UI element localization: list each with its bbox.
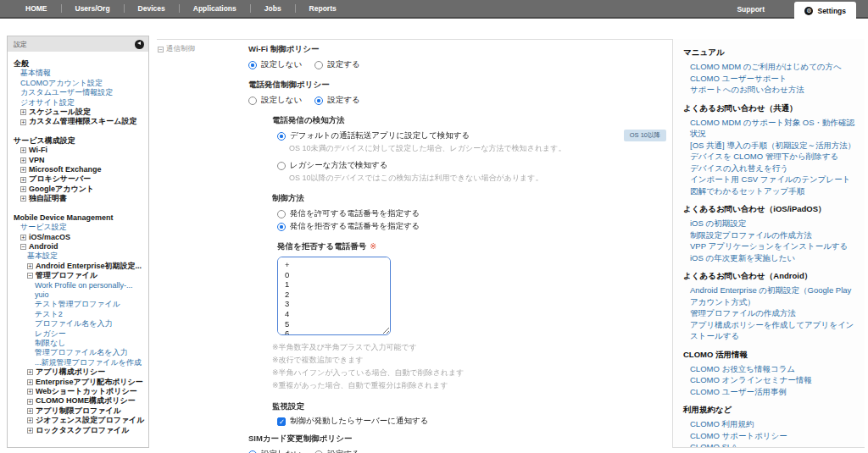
- nav-item[interactable]: Jobs: [250, 4, 295, 13]
- tree-item[interactable]: − Android: [9, 242, 147, 251]
- detection-radio-legacy[interactable]: レガシーな方法で検知する: [277, 160, 388, 171]
- tree-item[interactable]: 基本情報: [9, 69, 147, 78]
- tree-item[interactable]: サービス設定: [9, 223, 147, 232]
- minus-box-icon[interactable]: [158, 47, 164, 52]
- tree-item[interactable]: テスト管理プロファイル: [9, 300, 147, 309]
- tree-expand-icon[interactable]: +: [20, 119, 26, 125]
- tree-expand-icon[interactable]: +: [20, 147, 26, 153]
- tree-item[interactable]: 基本設定: [9, 251, 147, 261]
- phone-policy-radio-yes[interactable]: 設定する: [314, 95, 359, 106]
- tree-item[interactable]: + Googleアカウント: [9, 185, 147, 194]
- tree-item[interactable]: + Android Enterprise初期設定...: [9, 262, 147, 271]
- radio-icon[interactable]: [314, 61, 323, 69]
- tree-expand-icon[interactable]: +: [27, 389, 33, 395]
- radio-icon[interactable]: [277, 132, 286, 141]
- tree-item[interactable]: − 管理プロファイル: [9, 271, 147, 280]
- chevron-left-circle-icon[interactable]: [135, 40, 144, 49]
- tree-expand-icon[interactable]: +: [27, 417, 33, 423]
- monitor-checkbox-row[interactable]: 制御が発動したらサーバーに通知する: [277, 416, 668, 427]
- tree-item[interactable]: + スケジュール設定: [9, 108, 147, 117]
- radio-icon[interactable]: [277, 223, 286, 231]
- radio-icon[interactable]: [314, 450, 323, 453]
- help-link[interactable]: サポートへのお問い合わせ方法: [683, 84, 856, 96]
- help-link[interactable]: 図解でわかるセットアップ手順: [683, 185, 856, 197]
- help-link[interactable]: CLOMO MDM のサポート対象 OS・動作確認状況: [683, 117, 856, 140]
- tree-expand-icon[interactable]: +: [27, 408, 33, 414]
- radio-icon[interactable]: [248, 97, 257, 105]
- tree-item[interactable]: CLOMOアカウント設定: [9, 79, 147, 88]
- tree-item[interactable]: + CLOMO HOME構成ポリシー: [9, 396, 147, 406]
- help-link[interactable]: Android Enterprise の初期設定（Google Play アカウ…: [683, 285, 856, 307]
- control-method-radio-deny[interactable]: 発信を拒否する電話番号を指定する: [277, 221, 420, 232]
- help-link[interactable]: CLOMO ユーザーサポート: [683, 73, 856, 85]
- tree-item[interactable]: + カスタム管理権限スキーム設定: [9, 117, 147, 126]
- tab-settings[interactable]: Settings: [794, 2, 856, 20]
- help-link[interactable]: CLOMO MDM のご利用がはじめての方へ: [683, 61, 856, 73]
- tree-expand-icon[interactable]: +: [20, 167, 26, 173]
- help-link[interactable]: CLOMO オンラインセミナー情報: [683, 374, 856, 386]
- help-link[interactable]: CLOMO ユーザー活用事例: [683, 386, 856, 398]
- help-link[interactable]: 制限設定プロファイルの作成方法: [683, 229, 856, 241]
- help-link[interactable]: VPP アプリケーションをインストールする: [683, 240, 856, 252]
- tree-expand-icon[interactable]: +: [20, 196, 26, 202]
- wifi-policy-radio-yes[interactable]: 設定する: [314, 59, 359, 70]
- tree-expand-icon[interactable]: +: [27, 379, 33, 385]
- radio-icon[interactable]: [277, 162, 286, 170]
- help-link[interactable]: デバイスの入れ替えを行う: [683, 163, 856, 174]
- radio-icon[interactable]: [248, 61, 257, 69]
- tree-expand-icon[interactable]: +: [20, 177, 26, 183]
- tree-expand-icon[interactable]: −: [20, 244, 26, 250]
- help-link[interactable]: [OS 共通] 導入の手順（初期設定～活用方法）: [683, 140, 856, 152]
- help-link[interactable]: デバイスを CLOMO 管理下から削除する: [683, 151, 856, 163]
- nav-item[interactable]: Reports: [295, 4, 350, 13]
- tree-item[interactable]: + Webショートカットポリシー: [9, 387, 147, 396]
- radio-icon[interactable]: [314, 97, 323, 105]
- tree-item[interactable]: + VPN: [9, 156, 147, 165]
- tree-item[interactable]: プロファイル名を入力: [9, 319, 147, 329]
- tree-item[interactable]: + Enterpriseアプリ配布ポリシー: [9, 378, 147, 387]
- help-link[interactable]: 管理プロファイルの作成方法: [683, 307, 856, 319]
- tree-expand-icon[interactable]: +: [27, 428, 33, 434]
- nav-item[interactable]: Users/Org: [61, 4, 124, 13]
- tree-item[interactable]: + プロキシサーバー: [9, 174, 147, 184]
- help-link[interactable]: CLOMO 利用規約: [683, 418, 856, 430]
- sim-policy-radio-no[interactable]: 設定しない: [248, 449, 302, 453]
- help-link[interactable]: CLOMO サポートポリシー: [683, 430, 856, 442]
- tree-expand-icon[interactable]: −: [27, 273, 33, 279]
- tree-expand-icon[interactable]: +: [27, 263, 33, 269]
- tree-item[interactable]: レガシー: [9, 329, 147, 339]
- sim-policy-radio-yes[interactable]: 設定する: [314, 449, 359, 453]
- tree-expand-icon[interactable]: +: [27, 369, 33, 375]
- tree-item[interactable]: テスト2: [9, 310, 147, 319]
- tree-item[interactable]: 制限なし: [9, 339, 147, 348]
- help-link[interactable]: CLOMO お役立ち情報コラム: [683, 363, 856, 375]
- help-link[interactable]: iOS の年次更新を実施したい: [683, 252, 856, 264]
- nav-item[interactable]: Devices: [124, 4, 179, 13]
- nav-item[interactable]: HOME: [12, 4, 61, 13]
- tree-item[interactable]: Work Profile on personally-...: [9, 281, 147, 290]
- tree-expand-icon[interactable]: +: [20, 109, 26, 115]
- deny-numbers-textarea[interactable]: + 0 1 2 3 4 5 6: [277, 257, 391, 335]
- tree-item[interactable]: Mobile Device Management: [9, 213, 147, 223]
- phone-policy-radio-no[interactable]: 設定しない: [248, 95, 302, 106]
- tree-item[interactable]: ジオサイト設定: [9, 98, 147, 108]
- tree-item[interactable]: + アプリ制限プロファイル: [9, 406, 147, 416]
- tree-item[interactable]: 全般: [9, 59, 147, 69]
- tree-item[interactable]: サービス構成設定: [9, 136, 147, 146]
- help-link[interactable]: インポート用 CSV ファイルのテンプレート: [683, 174, 856, 185]
- tree-expand-icon[interactable]: +: [20, 157, 26, 163]
- radio-icon[interactable]: [277, 210, 286, 218]
- tree-item[interactable]: 管理プロファイル名を入力: [9, 348, 147, 357]
- tree-item[interactable]: + アプリ構成ポリシー: [9, 367, 147, 377]
- help-link[interactable]: iOS の初期設定: [683, 218, 856, 229]
- tree-item[interactable]: カスタムユーザー情報設定: [9, 88, 147, 97]
- tree-item[interactable]: yuio: [9, 290, 147, 300]
- tree-item[interactable]: + ジオフェンス設定プロファイル: [9, 416, 147, 425]
- radio-icon[interactable]: [248, 450, 257, 453]
- tree-item[interactable]: + Wi-Fi: [9, 146, 147, 155]
- tree-expand-icon[interactable]: +: [20, 235, 26, 240]
- tree-item[interactable]: ...新規管理プロファイルを作成: [9, 358, 147, 367]
- detection-radio-default-app[interactable]: デフォルトの通話転送アプリに設定して検知する: [277, 130, 470, 141]
- control-method-radio-allow[interactable]: 発信を許可する電話番号を指定する: [277, 208, 420, 219]
- tree-item[interactable]: + 独自証明書: [9, 194, 147, 203]
